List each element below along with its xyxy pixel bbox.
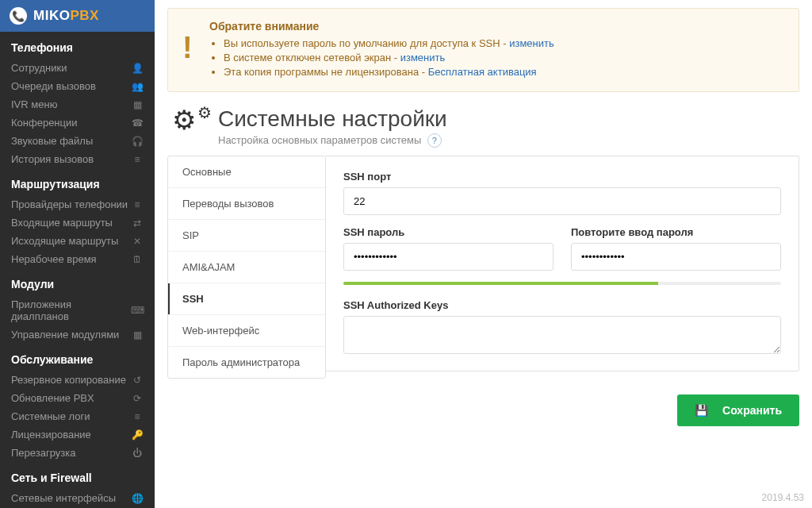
ssh-password-repeat-label: Повторите ввод пароля: [571, 226, 781, 238]
ssh-password-label: SSH пароль: [343, 226, 553, 238]
sidebar-item-icon: ☎: [131, 117, 144, 129]
sidebar-item-icon: ⇄: [131, 217, 144, 229]
sidebar-item-icon: 🎧: [131, 136, 144, 147]
notice-banner: ! Обратите внимание Вы используете парол…: [167, 8, 799, 92]
notice-line: В системе отключен сетевой экран - измен…: [224, 52, 784, 64]
sidebar-item-icon: ⏻: [131, 448, 144, 459]
sidebar-item-label: Системные логи: [11, 410, 90, 422]
sidebar-item[interactable]: Очереди вызовов👥: [0, 77, 155, 95]
ssh-port-label: SSH порт: [343, 171, 781, 183]
sidebar-item[interactable]: Провайдеры телефонии≡: [0, 195, 155, 214]
sidebar-item-label: Провайдеры телефонии: [11, 198, 128, 210]
sidebar-item[interactable]: IVR меню▦: [0, 95, 155, 114]
notice-link[interactable]: изменить: [509, 37, 554, 49]
notice-line: Эта копия программы не лицензирована - Б…: [224, 66, 784, 78]
sidebar-item[interactable]: Нерабочее время🗓: [0, 250, 155, 268]
ssh-port-input[interactable]: [343, 187, 781, 215]
tab[interactable]: Пароль администратора: [168, 347, 325, 378]
sidebar-item-label: Входящие маршруты: [11, 217, 113, 229]
sidebar: 📞 MIKOPBX ТелефонияСотрудники👤Очереди вы…: [0, 0, 155, 508]
sidebar-item-icon: 🔑: [131, 429, 144, 441]
sidebar-item-icon: 👥: [131, 81, 144, 92]
ssh-form: SSH порт SSH пароль Повторите ввод парол…: [326, 156, 799, 371]
sidebar-item[interactable]: Управление модулями▦: [0, 325, 155, 344]
warning-icon: !: [182, 31, 193, 65]
notice-link[interactable]: Бесплатная активация: [428, 66, 537, 78]
settings-tabs: ОсновныеПереводы вызововSIPAMI&AJAMSSHWe…: [167, 156, 326, 379]
tab[interactable]: AMI&AJAM: [168, 252, 325, 283]
sidebar-item-icon: 🌐: [131, 493, 144, 504]
logo-text: MIKOPBX: [33, 8, 99, 24]
main-content: ! Обратите внимание Вы используете парол…: [155, 0, 812, 508]
sidebar-item[interactable]: Сетевые интерфейсы🌐: [0, 489, 155, 507]
nav-group-title: Сеть и Firewall: [0, 462, 155, 489]
nav-group-title: Модули: [0, 268, 155, 295]
tab[interactable]: SSH: [168, 283, 325, 315]
sidebar-item-label: Резервное копирование: [11, 374, 126, 386]
sidebar-item-icon: ≡: [131, 154, 144, 165]
save-icon: 💾: [695, 404, 708, 417]
sidebar-item[interactable]: Приложения диалпланов⌨: [0, 295, 155, 325]
sidebar-item[interactable]: Звуковые файлы🎧: [0, 132, 155, 150]
sidebar-item-icon: ✕: [131, 236, 144, 247]
sidebar-item-label: Звуковые файлы: [11, 135, 93, 147]
sidebar-item-label: Перезагрузка: [11, 447, 75, 459]
sidebar-item[interactable]: Лицензирование🔑: [0, 425, 155, 444]
help-icon[interactable]: ?: [427, 133, 442, 148]
sidebar-item-label: Исходящие маршруты: [11, 235, 118, 247]
sidebar-item-label: Очереди вызовов: [11, 80, 96, 92]
sidebar-item-label: История вызовов: [11, 153, 94, 165]
sidebar-item[interactable]: Системные логи≡: [0, 407, 155, 425]
sidebar-item-label: Лицензирование: [11, 429, 91, 441]
logo[interactable]: 📞 MIKOPBX: [0, 0, 155, 32]
sidebar-item-label: Конференции: [11, 117, 78, 129]
sidebar-item-icon: ≡: [131, 199, 144, 210]
sidebar-item[interactable]: История вызовов≡: [0, 150, 155, 168]
gears-icon: ⚙: [172, 106, 207, 133]
tab[interactable]: Web-интерфейс: [168, 315, 325, 347]
ssh-keys-label: SSH Authorized Keys: [343, 299, 781, 311]
sidebar-item-icon: 🗓: [131, 254, 144, 265]
sidebar-item-label: Нерабочее время: [11, 253, 97, 265]
tab[interactable]: Переводы вызовов: [168, 188, 325, 220]
nav-group-title: Обслуживание: [0, 344, 155, 371]
sidebar-item[interactable]: Резервное копирование↺: [0, 371, 155, 389]
sidebar-item[interactable]: Входящие маршруты⇄: [0, 214, 155, 232]
sidebar-item[interactable]: Перезагрузка⏻: [0, 444, 155, 462]
tab[interactable]: SIP: [168, 220, 325, 252]
sidebar-item-label: Сетевые интерфейсы: [11, 492, 116, 504]
tab[interactable]: Основные: [168, 156, 325, 188]
sidebar-item-label: Обновление PBX: [11, 392, 94, 404]
sidebar-item[interactable]: Сотрудники👤: [0, 59, 155, 77]
notice-line: Вы используете пароль по умолчанию для д…: [224, 37, 784, 49]
sidebar-item-label: Управление модулями: [11, 329, 119, 341]
nav-group-title: Телефония: [0, 32, 155, 59]
save-button[interactable]: 💾 Сохранить: [677, 394, 799, 426]
nav-group-title: Маршрутизация: [0, 168, 155, 195]
sidebar-item-icon: ⟳: [131, 393, 144, 404]
notice-link[interactable]: изменить: [400, 52, 446, 64]
sidebar-item-icon: ↺: [131, 375, 144, 386]
sidebar-item[interactable]: Конференции☎: [0, 114, 155, 132]
sidebar-item-icon: ▦: [131, 99, 144, 110]
ssh-password-input[interactable]: [343, 243, 553, 271]
page-title: Системные настройки: [218, 106, 447, 132]
ssh-keys-textarea[interactable]: [343, 316, 781, 354]
sidebar-item-label: IVR меню: [11, 98, 57, 110]
sidebar-item[interactable]: Обновление PBX⟳: [0, 389, 155, 407]
page-subtitle: Настройка основных параметров системы ?: [218, 133, 447, 148]
sidebar-item-icon: ▦: [131, 329, 144, 341]
ssh-password-repeat-input[interactable]: [571, 243, 781, 271]
phone-icon: 📞: [10, 7, 27, 25]
sidebar-item[interactable]: Исходящие маршруты✕: [0, 232, 155, 250]
sidebar-item-label: Сотрудники: [11, 62, 67, 74]
sidebar-item-icon: ≡: [131, 411, 144, 422]
sidebar-item-icon: ⌨: [131, 305, 144, 316]
sidebar-item-label: Приложения диалпланов: [11, 298, 131, 322]
version-label: 2019.4.53: [762, 492, 804, 503]
sidebar-item-icon: 👤: [131, 63, 144, 74]
notice-title: Обратите внимание: [209, 20, 784, 33]
